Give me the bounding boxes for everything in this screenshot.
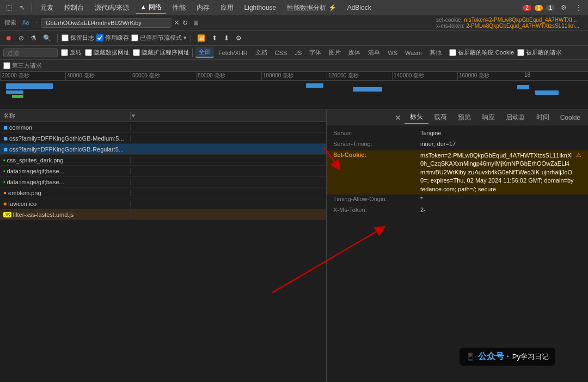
settings-gear-btn[interactable]: ⚙ [234,33,244,43]
disable-cache-checkbox[interactable] [96,34,103,41]
blocked-cookie-checkbox[interactable] [449,49,456,56]
preserve-log-label[interactable]: 保留日志 [62,34,94,42]
header-value-timing-allow: * [420,196,581,204]
search-network-btn[interactable]: 🔍 [41,33,53,43]
tab-timing[interactable]: 时间 [531,111,555,124]
blocked-req-label[interactable]: 被屏蔽的请求 [517,48,562,57]
request-list[interactable]: ◼ common ◼ css?family=DFPKingGothicGB-Me… [0,122,326,382]
tab-application[interactable]: 应用 [216,2,238,14]
header-row-server: Server: Tengine [327,129,588,140]
tab-perf-insights[interactable]: 性能数据分析 ⚡ [283,2,340,14]
file-icon-gif2: ▪ [3,179,5,185]
tab-preview[interactable]: 预览 [452,111,476,124]
search-dot-btn[interactable]: · [33,19,40,27]
hide-ext-checkbox[interactable] [133,49,140,56]
table-row[interactable]: ● emblem.png [0,187,326,198]
filter-css[interactable]: CSS [272,49,291,57]
tbar-6 [535,90,559,95]
search-clear-btn[interactable]: ✕ [174,19,180,27]
blocked-req-checkbox[interactable] [517,49,524,56]
upload-btn[interactable]: ⬆ [210,33,219,43]
watermark: 📱 公众号 · Py学习日记 [460,348,555,366]
table-row[interactable]: ▪ data:image/gif;base... [0,166,326,177]
tab-lighthouse[interactable]: Lighthouse [240,3,281,13]
hide-data-checkbox[interactable] [85,49,92,56]
record-btn[interactable]: ⏺ [3,33,14,43]
filter-fetch[interactable]: Fetch/XHR [215,49,251,57]
table-row[interactable]: ◼ css?family=DFPKingGothicGB-Regular:5..… [0,144,326,155]
tab-sources[interactable]: 源代码/来源 [90,2,133,14]
devtools-toolbar: ⬚ ↖ 元素 控制台 源代码/来源 ▲ 网络 性能 内存 应用 Lighthou… [0,0,588,15]
more-btn[interactable]: ⋮ [573,3,585,13]
tab-adblock[interactable]: AdBlock [343,3,376,13]
invert-checkbox[interactable] [61,49,68,56]
third-party-checkbox[interactable] [3,62,10,69]
sep [57,34,58,43]
tab-performance[interactable]: 性能 [168,2,190,14]
tab-response[interactable]: 响应 [476,111,500,124]
tab-memory[interactable]: 内存 [192,2,214,14]
header-row-xms: X-Ms-Token: 2- [327,205,588,216]
hide-ext-label[interactable]: 隐藏扩展程序网址 [133,48,189,57]
filter-other[interactable]: 其他 [426,48,445,57]
filter-img[interactable]: 图片 [326,48,344,57]
third-party-label[interactable]: 第三方请求 [3,62,42,70]
tab-console[interactable]: 控制台 [60,2,88,14]
disable-cache-label[interactable]: 停用缓存 [96,34,129,42]
filter-ws[interactable]: WS [384,49,401,57]
wifi-btn[interactable]: 📶 [195,33,207,43]
tick-8: 18 [523,72,588,80]
tab-elements[interactable]: 元素 [36,2,58,14]
tick-2: 60000 毫秒 [131,72,196,80]
table-row[interactable]: JS filter-xss-lastest.umd.js [0,209,326,220]
header-name-timing-allow: Timing-Allow-Origin: [333,196,420,204]
filter-input[interactable] [3,48,58,57]
toolbar-right: 2 1 1 ⚙ ⋮ [523,3,585,13]
settings-btn[interactable]: ⚙ [558,3,569,13]
filter-all[interactable]: 全部 [195,47,214,58]
tab-payload[interactable]: 载荷 [428,111,452,124]
cache-status-checkbox[interactable] [131,34,138,41]
toolbar-icon-1[interactable]: ⬚ [3,3,15,13]
toolbar-icon-2[interactable]: ↖ [17,3,28,13]
tab-cookie[interactable]: Cookie [555,112,586,123]
req-name-css2: ◼ css?family=DFPKingGothicGB-Regular:5..… [0,146,131,153]
table-row[interactable]: ◼ common [0,122,326,133]
preserve-log-checkbox[interactable] [62,34,69,41]
req-name-gif2: ▪ data:image/gif;base... [0,179,131,185]
download-btn[interactable]: ⬇ [222,33,231,43]
right-close-btn[interactable]: ✕ [391,113,405,122]
search-input[interactable] [41,18,171,28]
tick-3: 80000 毫秒 [196,72,261,80]
filter-media[interactable]: 媒体 [345,48,364,57]
table-row[interactable]: ▪ css_sprites_dark.png [0,155,326,166]
table-row[interactable]: ▪ data:image/gif;base... [0,177,326,187]
cache-checked-label[interactable]: 已停用节流模式 ▾ [131,34,187,42]
header-row-timing: Server-Timing: inner; dur=17 [327,140,588,150]
stop-btn[interactable]: ⊘ [16,33,26,43]
table-row[interactable]: ◼ css?family=DFPKingGothicGB-Medium:5... [0,133,326,144]
search-settings-btn[interactable]: ⊞ [191,18,201,28]
hide-data-label[interactable]: 隐藏数据网址 [85,48,130,57]
search-format-btn[interactable]: Aa [20,19,32,27]
timeline-bars [0,81,588,110]
filter-network-btn[interactable]: ⚗ [28,33,39,43]
watermark-text: Py学习日记 [512,352,549,362]
sep2 [191,34,191,43]
filter-manifest[interactable]: 清单 [365,48,383,57]
tick-4: 100000 毫秒 [261,72,327,80]
header-name-server: Server: [333,130,420,138]
tab-headers[interactable]: 标头 [405,111,428,124]
tab-initiator[interactable]: 启动器 [500,111,531,124]
tab-network[interactable]: ▲ 网络 [136,2,166,14]
invert-label[interactable]: 反转 [61,48,82,57]
search-refresh-btn[interactable]: ↻ [180,18,191,28]
filter-js[interactable]: JS [291,49,305,57]
filter-doc[interactable]: 文档 [252,48,271,57]
sort-btn[interactable]: ▼ [131,113,136,119]
filter-wasm[interactable]: Wasm [402,49,425,57]
table-row[interactable]: ■ favicon.ico [0,198,326,209]
filter-font[interactable]: 字体 [306,48,324,57]
blocked-cookie-label[interactable]: 被屏蔽的响应 Cookie [449,48,514,57]
tbar-1 [6,90,23,94]
